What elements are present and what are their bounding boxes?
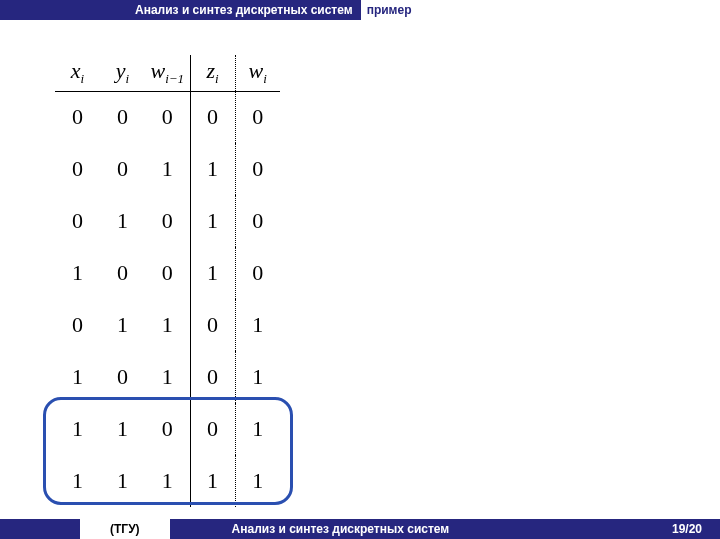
page-counter: 19/20 <box>672 522 702 536</box>
table-row: 01101 <box>55 299 280 351</box>
table-row: 10010 <box>55 247 280 299</box>
table-row: 00000 <box>55 91 280 143</box>
col-zi: zi <box>190 55 235 91</box>
header-right: пример <box>361 0 720 20</box>
footer-title: Анализ и синтез дискретных систем <box>232 522 450 536</box>
header-bar: Анализ и синтез дискретных систем пример <box>0 0 720 20</box>
table-row: 10101 <box>55 351 280 403</box>
col-wim1: wi−1 <box>145 55 190 91</box>
table-row: 11001 <box>55 403 280 455</box>
truth-table: xi yi wi−1 zi wi 00000 00110 01010 10010… <box>55 55 280 507</box>
table-body: 00000 00110 01010 10010 01101 10101 1100… <box>55 91 280 507</box>
col-yi: yi <box>100 55 145 91</box>
table-row: 01010 <box>55 195 280 247</box>
header-right-text: пример <box>367 3 412 17</box>
footer-university: (ТГУ) <box>80 519 170 539</box>
table-row: 00110 <box>55 143 280 195</box>
header-left: Анализ и синтез дискретных систем <box>0 3 353 17</box>
footer-bar: (ТГУ) Анализ и синтез дискретных систем … <box>0 519 720 539</box>
col-wi: wi <box>235 55 280 91</box>
table-row: 11111 <box>55 455 280 507</box>
table-header-row: xi yi wi−1 zi wi <box>55 55 280 91</box>
truth-table-area: xi yi wi−1 zi wi 00000 00110 01010 10010… <box>55 55 280 507</box>
col-xi: xi <box>55 55 100 91</box>
